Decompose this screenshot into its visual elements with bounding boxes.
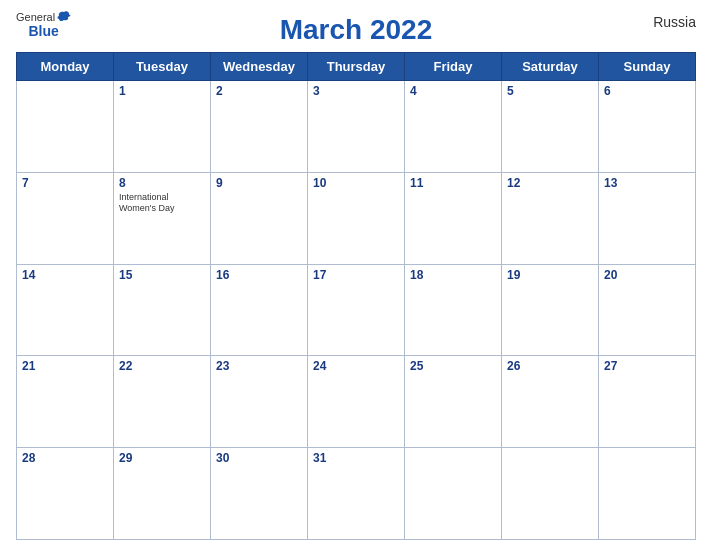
calendar-day-cell — [599, 448, 696, 540]
day-number: 22 — [119, 359, 205, 373]
day-number: 6 — [604, 84, 690, 98]
day-number: 2 — [216, 84, 302, 98]
calendar-week-row: 78International Women's Day910111213 — [17, 172, 696, 264]
weekday-header-friday: Friday — [405, 53, 502, 81]
calendar-day-cell: 9 — [211, 172, 308, 264]
calendar-title: March 2022 — [280, 14, 433, 46]
day-number: 27 — [604, 359, 690, 373]
day-number: 20 — [604, 268, 690, 282]
logo: General Blue — [16, 10, 71, 38]
calendar-day-cell: 3 — [308, 81, 405, 173]
calendar-day-cell: 19 — [502, 264, 599, 356]
weekday-header-saturday: Saturday — [502, 53, 599, 81]
day-number: 21 — [22, 359, 108, 373]
calendar-day-cell — [502, 448, 599, 540]
calendar-day-cell: 29 — [114, 448, 211, 540]
day-number: 31 — [313, 451, 399, 465]
weekday-header-tuesday: Tuesday — [114, 53, 211, 81]
day-number: 7 — [22, 176, 108, 190]
calendar-day-cell: 2 — [211, 81, 308, 173]
day-number: 24 — [313, 359, 399, 373]
calendar-header-row: MondayTuesdayWednesdayThursdayFridaySatu… — [17, 53, 696, 81]
calendar-day-cell: 5 — [502, 81, 599, 173]
day-number: 30 — [216, 451, 302, 465]
weekday-header-wednesday: Wednesday — [211, 53, 308, 81]
calendar-day-cell: 11 — [405, 172, 502, 264]
day-number: 5 — [507, 84, 593, 98]
calendar-day-cell: 12 — [502, 172, 599, 264]
logo-general-text: General — [16, 12, 55, 23]
calendar-day-cell: 15 — [114, 264, 211, 356]
day-number: 28 — [22, 451, 108, 465]
day-number: 4 — [410, 84, 496, 98]
day-number: 8 — [119, 176, 205, 190]
calendar-body: 12345678International Women's Day9101112… — [17, 81, 696, 540]
calendar-day-cell: 23 — [211, 356, 308, 448]
calendar-day-cell: 22 — [114, 356, 211, 448]
calendar-day-cell: 1 — [114, 81, 211, 173]
weekday-header-sunday: Sunday — [599, 53, 696, 81]
calendar-event: International Women's Day — [119, 192, 205, 215]
calendar-table: MondayTuesdayWednesdayThursdayFridaySatu… — [16, 52, 696, 540]
day-number: 1 — [119, 84, 205, 98]
weekday-header-monday: Monday — [17, 53, 114, 81]
day-number: 19 — [507, 268, 593, 282]
day-number: 17 — [313, 268, 399, 282]
calendar-day-cell: 31 — [308, 448, 405, 540]
calendar-day-cell: 6 — [599, 81, 696, 173]
calendar-day-cell: 8International Women's Day — [114, 172, 211, 264]
day-number: 12 — [507, 176, 593, 190]
day-number: 10 — [313, 176, 399, 190]
day-number: 25 — [410, 359, 496, 373]
calendar-day-cell: 7 — [17, 172, 114, 264]
weekday-header-thursday: Thursday — [308, 53, 405, 81]
calendar-day-cell: 16 — [211, 264, 308, 356]
calendar-day-cell: 14 — [17, 264, 114, 356]
calendar-day-cell: 27 — [599, 356, 696, 448]
logo-bird-icon — [57, 10, 71, 24]
day-number: 18 — [410, 268, 496, 282]
calendar-day-cell: 13 — [599, 172, 696, 264]
day-number: 29 — [119, 451, 205, 465]
calendar-day-cell: 20 — [599, 264, 696, 356]
calendar-day-cell: 28 — [17, 448, 114, 540]
calendar-week-row: 28293031 — [17, 448, 696, 540]
logo-blue-text: Blue — [28, 24, 58, 38]
day-number: 3 — [313, 84, 399, 98]
calendar-day-cell: 24 — [308, 356, 405, 448]
day-number: 26 — [507, 359, 593, 373]
day-number: 14 — [22, 268, 108, 282]
calendar-day-cell — [17, 81, 114, 173]
country-label: Russia — [653, 14, 696, 30]
calendar-day-cell: 4 — [405, 81, 502, 173]
calendar-day-cell: 25 — [405, 356, 502, 448]
calendar-header: General Blue March 2022 Russia — [16, 10, 696, 46]
calendar-week-row: 14151617181920 — [17, 264, 696, 356]
day-number: 9 — [216, 176, 302, 190]
calendar-day-cell: 26 — [502, 356, 599, 448]
calendar-week-row: 21222324252627 — [17, 356, 696, 448]
calendar-day-cell: 30 — [211, 448, 308, 540]
calendar-day-cell: 21 — [17, 356, 114, 448]
day-number: 11 — [410, 176, 496, 190]
day-number: 23 — [216, 359, 302, 373]
calendar-day-cell — [405, 448, 502, 540]
day-number: 13 — [604, 176, 690, 190]
day-number: 15 — [119, 268, 205, 282]
calendar-day-cell: 17 — [308, 264, 405, 356]
calendar-day-cell: 10 — [308, 172, 405, 264]
calendar-day-cell: 18 — [405, 264, 502, 356]
day-number: 16 — [216, 268, 302, 282]
calendar-week-row: 123456 — [17, 81, 696, 173]
